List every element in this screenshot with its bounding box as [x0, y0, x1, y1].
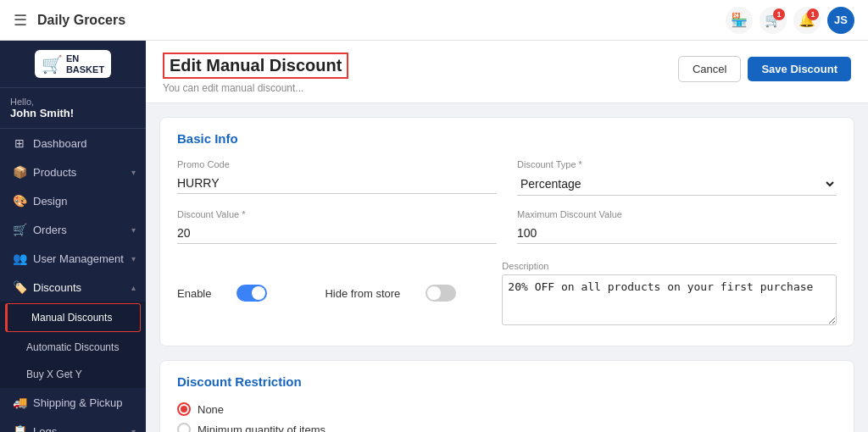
description-textarea[interactable]: 20% OFF on all products on your first pu… [502, 274, 837, 325]
sidebar: 🛒 ENBASKET Hello, John Smith! ⊞ Dashboar… [0, 41, 146, 432]
sidebar-label-orders: Orders [33, 224, 125, 236]
sidebar-item-shipping-pickup[interactable]: 🚚 Shipping & Pickup [0, 388, 146, 417]
dashboard-icon: ⊞ [13, 136, 26, 150]
discounts-icon: 🏷️ [13, 280, 26, 294]
radio-none-circle [177, 402, 191, 416]
chevron-down-icon: ▾ [131, 168, 136, 177]
sidebar-submenu-buy-x-get-y[interactable]: Buy X Get Y [0, 361, 146, 388]
chevron-down-icon-orders: ▾ [131, 225, 136, 235]
chevron-down-icon-users: ▾ [131, 254, 136, 263]
shipping-icon: 🚚 [13, 396, 26, 409]
enable-toggle-slider [236, 285, 267, 302]
buy-x-get-y-label: Buy X Get Y [26, 368, 136, 380]
chevron-down-icon-logs: ▾ [131, 427, 136, 433]
page-title: Edit Manual Discount [163, 53, 348, 79]
radio-none-label: None [198, 403, 224, 416]
cancel-button[interactable]: Cancel [678, 56, 741, 82]
enable-label: Enable [177, 287, 211, 300]
user-name: John Smith! [10, 107, 136, 119]
sidebar-item-user-management[interactable]: 👥 User Management ▾ [0, 244, 146, 273]
save-discount-button[interactable]: Save Discount [748, 57, 851, 81]
sidebar-item-logs[interactable]: 📋 Logs ▾ [0, 417, 146, 432]
sidebar-label-design: Design [33, 195, 136, 208]
sidebar-label-logs: Logs [33, 425, 125, 433]
main-content: Edit Manual Discount You can edit manual… [146, 41, 868, 432]
radio-group: None Minimum quantity of items Minimum p… [177, 402, 837, 432]
basic-info-section: Basic Info Promo Code Discount Type * Pe… [159, 117, 854, 346]
discount-restriction-title: Discount Restriction [177, 374, 837, 389]
sidebar-logo: 🛒 ENBASKET [0, 41, 146, 88]
basic-info-title: Basic Info [177, 131, 837, 146]
chevron-up-icon-discounts: ▴ [131, 283, 136, 292]
discount-type-field: Discount Type * Percentage Fixed Amount … [517, 159, 837, 196]
max-discount-field: Maximum Discount Value [517, 209, 837, 244]
sidebar-label-dashboard: Dashboard [33, 137, 136, 150]
discount-value-input[interactable] [177, 223, 497, 244]
page-subtitle: You can edit manual discount... [163, 82, 348, 94]
cart-badge: 1 [773, 8, 785, 20]
sidebar-item-design[interactable]: 🎨 Design [0, 186, 146, 215]
design-icon: 🎨 [13, 194, 26, 208]
cart-icon-btn[interactable]: 🛒 1 [760, 7, 787, 34]
page-title-box: Edit Manual Discount You can edit manual… [163, 53, 348, 94]
products-icon: 📦 [13, 165, 26, 179]
orders-icon: 🛒 [13, 223, 26, 236]
hamburger-menu[interactable]: ☰ [14, 11, 27, 30]
sidebar-item-products[interactable]: 📦 Products ▾ [0, 158, 146, 186]
logs-icon: 📋 [13, 424, 26, 432]
promo-code-input[interactable] [177, 173, 497, 194]
sidebar-item-discounts[interactable]: 🏷️ Discounts ▴ [0, 273, 146, 302]
sidebar-label-discounts: Discounts [33, 281, 125, 294]
promo-code-label: Promo Code [177, 159, 497, 169]
sidebar-label-user-management: User Management [33, 252, 125, 265]
topnav-icons: 🏪 🛒 1 🔔 1 JS [726, 7, 854, 34]
main-layout: 🛒 ENBASKET Hello, John Smith! ⊞ Dashboar… [0, 41, 868, 432]
automatic-discounts-label: Automatic Discounts [26, 341, 136, 353]
user-management-icon: 👥 [13, 252, 26, 265]
logo-icon: 🛒 [42, 54, 63, 75]
promo-code-field: Promo Code [177, 159, 497, 196]
bell-icon-btn[interactable]: 🔔 1 [793, 7, 821, 34]
app-title: Daily Grocers [37, 13, 726, 28]
user-avatar[interactable]: JS [827, 7, 854, 34]
store-icon: 🏪 [731, 12, 748, 28]
radio-none[interactable]: None [177, 402, 837, 416]
top-navigation: ☰ Daily Grocers 🏪 🛒 1 🔔 1 JS [0, 0, 868, 41]
sidebar-item-orders[interactable]: 🛒 Orders ▾ [0, 215, 146, 244]
toggle-row: Enable Hide from store Description 20% O… [177, 254, 837, 332]
page-header: Edit Manual Discount You can edit manual… [146, 41, 868, 103]
hide-store-label: Hide from store [325, 287, 400, 300]
sidebar-user: Hello, John Smith! [0, 88, 146, 129]
enable-toggle[interactable] [236, 285, 267, 302]
radio-min-qty-label: Minimum quantity of items [198, 424, 326, 433]
user-greeting: Hello, [10, 97, 136, 107]
max-discount-input[interactable] [517, 223, 837, 244]
sidebar-label-products: Products [33, 166, 125, 179]
bell-badge: 1 [807, 8, 819, 20]
discount-type-select[interactable]: Percentage Fixed Amount Free Shipping [517, 173, 837, 196]
discount-value-label: Discount Value * [177, 209, 497, 219]
store-icon-btn[interactable]: 🏪 [726, 7, 753, 34]
sidebar-item-dashboard[interactable]: ⊞ Dashboard [0, 129, 146, 158]
logo-text: ENBASKET [66, 53, 104, 74]
discounts-submenu: Manual Discounts Automatic Discounts Buy… [0, 302, 146, 388]
sidebar-submenu-automatic-discounts[interactable]: Automatic Discounts [0, 334, 146, 361]
discount-type-label: Discount Type * [517, 159, 837, 169]
discount-value-field: Discount Value * [177, 209, 497, 244]
sidebar-label-shipping: Shipping & Pickup [33, 396, 136, 409]
discount-restriction-section: Discount Restriction None Minimum quanti… [159, 360, 854, 432]
hide-store-toggle[interactable] [426, 285, 456, 302]
radio-min-qty-circle [177, 423, 191, 432]
page-actions: Cancel Save Discount [678, 56, 851, 82]
description-label: Description [502, 261, 837, 271]
max-discount-label: Maximum Discount Value [517, 209, 837, 219]
radio-min-qty[interactable]: Minimum quantity of items [177, 423, 837, 432]
sidebar-submenu-manual-discounts[interactable]: Manual Discounts [5, 303, 141, 332]
manual-discounts-label: Manual Discounts [31, 312, 130, 324]
basic-info-form: Promo Code Discount Type * Percentage Fi… [177, 159, 837, 244]
hide-store-toggle-slider [426, 285, 456, 302]
description-field: Description 20% OFF on all products on y… [502, 261, 837, 325]
